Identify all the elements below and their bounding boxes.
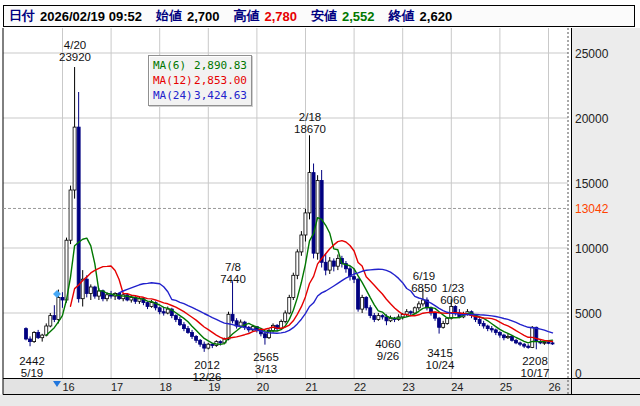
swing-annotation: 2/18 (299, 111, 321, 123)
x-axis-year-label: 23 (403, 381, 415, 393)
ma12-line (71, 241, 553, 342)
x-axis-year-label: 16 (62, 381, 74, 393)
swing-annotation: 6850 (411, 282, 437, 294)
y-axis-tick-label: 5000 (575, 307, 602, 321)
x-axis-year-label: 26 (548, 381, 560, 393)
y-axis-tick-label: 0 (575, 367, 582, 381)
swing-annotation: 1/23 (442, 282, 464, 294)
swing-annotation: 2208 (522, 355, 548, 367)
x-axis-year-label: 24 (451, 381, 463, 393)
y-axis-tick-label: 10000 (575, 242, 609, 256)
swing-annotation: 2442 (19, 355, 45, 367)
ma6-line (46, 218, 552, 345)
swing-annotation: 9/26 (377, 350, 399, 362)
x-axis-year-label: 17 (111, 381, 123, 393)
ma12-label: MA(12) (153, 73, 193, 88)
y-axis-tick-label: 25000 (575, 47, 609, 61)
current-level-label: 13042 (575, 202, 609, 216)
stock-chart-window: 日付 2026/02/19 09:52 始値 2,700 高値 2,780 安値… (0, 0, 640, 406)
ma-legend: MA(6) 2,890.83 MA(12) 2,853.00 MA(24) 3,… (148, 55, 252, 106)
swing-annotation: 7/8 (225, 261, 241, 273)
swing-annotation: 6060 (440, 294, 466, 306)
swing-annotation: 5/19 (21, 367, 43, 379)
candlestick-chart: 4/20239202/18186707/874406/1968501/23606… (0, 0, 640, 406)
candles (25, 67, 555, 352)
swing-annotation: 6/19 (413, 270, 435, 282)
y-axis-tick-label: 20000 (575, 112, 609, 126)
swing-annotation: 2565 (253, 351, 279, 363)
x-axis-year-label: 21 (305, 381, 317, 393)
swing-annotation: 3415 (427, 347, 453, 359)
buy-signal-diamond-icon (53, 290, 61, 298)
ma24-label: MA(24) (153, 88, 193, 103)
swing-annotation: 3/13 (255, 363, 277, 375)
ma24-value: 3,424.63 (194, 88, 247, 103)
swing-annotation: 18670 (294, 123, 326, 135)
y-axis-tick-label: 15000 (575, 177, 609, 191)
x-axis-year-label: 22 (354, 381, 366, 393)
swing-annotation: 10/17 (521, 367, 550, 379)
x-axis-year-label: 20 (257, 381, 269, 393)
x-axis-year-label: 25 (500, 381, 512, 393)
swing-annotation: 4060 (375, 338, 401, 350)
ma6-legend-row: MA(6) 2,890.83 (153, 58, 247, 73)
swing-annotation: 2012 (194, 359, 220, 371)
swing-annotation: 4/20 (64, 39, 86, 51)
ma12-legend-row: MA(12) 2,853.00 (153, 73, 247, 88)
ma6-label: MA(6) (153, 58, 186, 73)
swing-annotation: 7440 (220, 273, 246, 285)
x-axis-year-label: 18 (160, 381, 172, 393)
x-axis-year-label: 19 (208, 381, 220, 393)
ma24-legend-row: MA(24) 3,424.63 (153, 88, 247, 103)
ma6-value: 2,890.83 (194, 58, 247, 73)
swing-annotation: 10/24 (426, 359, 455, 371)
swing-annotation: 23920 (59, 51, 91, 63)
ma12-value: 2,853.00 (194, 73, 247, 88)
